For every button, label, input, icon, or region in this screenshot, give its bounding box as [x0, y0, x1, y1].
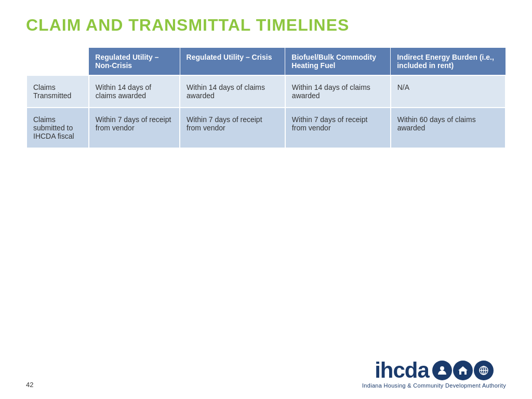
- row1-col3: Within 14 days of claims awarded: [285, 75, 391, 108]
- row2-col2: Within 7 days of receipt from vendor: [180, 108, 285, 148]
- logo-icons: [432, 361, 494, 380]
- logo-main: ihcda: [375, 360, 494, 381]
- footer: 42 ihcda: [26, 360, 506, 389]
- globe-icon: [474, 361, 494, 380]
- table-row: Claims submitted to IHCDA fiscal Within …: [26, 108, 506, 148]
- logo-tagline: Indiana Housing & Community Development …: [362, 382, 506, 389]
- row1-col2: Within 14 days of claims awarded: [180, 75, 285, 108]
- svg-point-0: [440, 366, 444, 370]
- table-row: Claims Transmitted Within 14 days of cla…: [26, 75, 506, 108]
- timelines-table: Regulated Utility – Non-Crisis Regulated…: [26, 47, 506, 149]
- row2-col1: Within 7 days of receipt from vendor: [89, 108, 180, 148]
- row1-col4: N/A: [391, 75, 506, 108]
- page: CLAIM AND TRANSMITTAL TIMELINES Regulate…: [0, 0, 532, 399]
- svg-rect-2: [461, 371, 464, 375]
- page-number: 42: [26, 381, 33, 389]
- header-col4: Indirect Energy Burden (i.e., included i…: [391, 48, 506, 76]
- row1-col1: Within 14 days of claims awarded: [89, 75, 180, 108]
- person-icon: [432, 361, 452, 380]
- page-title: CLAIM AND TRANSMITTAL TIMELINES: [26, 16, 506, 35]
- logo-text: ihcda: [375, 360, 429, 381]
- row2-col4: Within 60 days of claims awarded: [391, 108, 506, 148]
- row2-label: Claims submitted to IHCDA fiscal: [26, 108, 89, 148]
- logo-area: ihcda: [362, 360, 506, 389]
- header-col0: [26, 48, 89, 76]
- header-col2: Regulated Utility – Crisis: [180, 48, 285, 76]
- row1-label: Claims Transmitted: [26, 75, 89, 108]
- table-wrapper: Regulated Utility – Non-Crisis Regulated…: [26, 47, 506, 353]
- house-icon: [453, 361, 473, 380]
- row2-col3: Within 7 days of receipt from vendor: [285, 108, 391, 148]
- header-col3: Biofuel/Bulk Commodity Heating Fuel: [285, 48, 391, 76]
- header-col1: Regulated Utility – Non-Crisis: [89, 48, 180, 76]
